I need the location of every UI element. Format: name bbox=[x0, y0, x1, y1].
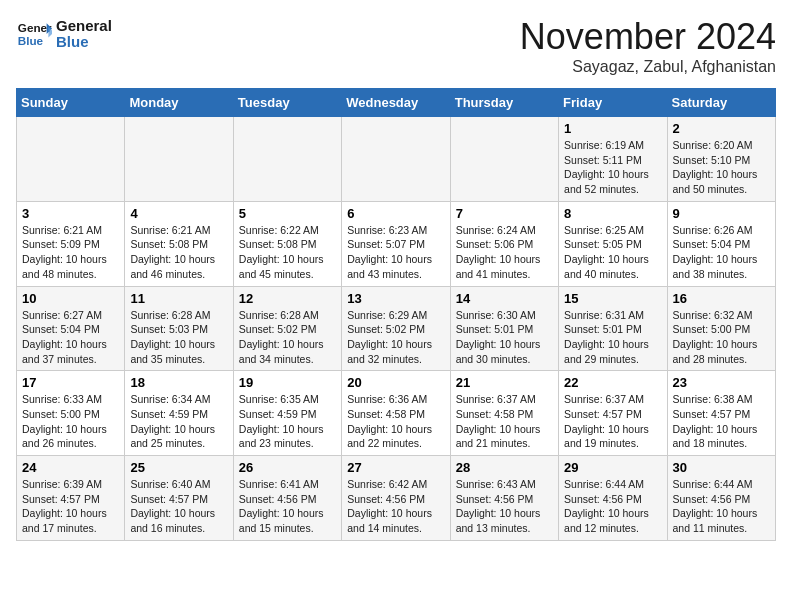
day-info: Sunrise: 6:28 AM Sunset: 5:02 PM Dayligh… bbox=[239, 309, 324, 365]
day-info: Sunrise: 6:32 AM Sunset: 5:00 PM Dayligh… bbox=[673, 309, 758, 365]
week-row-1: 1Sunrise: 6:19 AM Sunset: 5:11 PM Daylig… bbox=[17, 117, 776, 202]
day-info: Sunrise: 6:39 AM Sunset: 4:57 PM Dayligh… bbox=[22, 478, 107, 534]
day-number: 3 bbox=[22, 206, 119, 221]
logo-general: General bbox=[56, 18, 112, 35]
calendar-cell: 4Sunrise: 6:21 AM Sunset: 5:08 PM Daylig… bbox=[125, 201, 233, 286]
calendar-cell: 18Sunrise: 6:34 AM Sunset: 4:59 PM Dayli… bbox=[125, 371, 233, 456]
calendar-cell: 3Sunrise: 6:21 AM Sunset: 5:09 PM Daylig… bbox=[17, 201, 125, 286]
day-info: Sunrise: 6:25 AM Sunset: 5:05 PM Dayligh… bbox=[564, 224, 649, 280]
calendar-cell: 5Sunrise: 6:22 AM Sunset: 5:08 PM Daylig… bbox=[233, 201, 341, 286]
day-info: Sunrise: 6:22 AM Sunset: 5:08 PM Dayligh… bbox=[239, 224, 324, 280]
calendar-cell: 22Sunrise: 6:37 AM Sunset: 4:57 PM Dayli… bbox=[559, 371, 667, 456]
day-number: 17 bbox=[22, 375, 119, 390]
day-info: Sunrise: 6:34 AM Sunset: 4:59 PM Dayligh… bbox=[130, 393, 215, 449]
calendar-cell: 14Sunrise: 6:30 AM Sunset: 5:01 PM Dayli… bbox=[450, 286, 558, 371]
calendar-cell: 13Sunrise: 6:29 AM Sunset: 5:02 PM Dayli… bbox=[342, 286, 450, 371]
day-info: Sunrise: 6:29 AM Sunset: 5:02 PM Dayligh… bbox=[347, 309, 432, 365]
day-info: Sunrise: 6:37 AM Sunset: 4:58 PM Dayligh… bbox=[456, 393, 541, 449]
day-number: 10 bbox=[22, 291, 119, 306]
calendar-cell: 29Sunrise: 6:44 AM Sunset: 4:56 PM Dayli… bbox=[559, 456, 667, 541]
day-info: Sunrise: 6:24 AM Sunset: 5:06 PM Dayligh… bbox=[456, 224, 541, 280]
day-number: 26 bbox=[239, 460, 336, 475]
day-info: Sunrise: 6:44 AM Sunset: 4:56 PM Dayligh… bbox=[673, 478, 758, 534]
calendar-cell bbox=[233, 117, 341, 202]
day-number: 6 bbox=[347, 206, 444, 221]
day-info: Sunrise: 6:23 AM Sunset: 5:07 PM Dayligh… bbox=[347, 224, 432, 280]
day-info: Sunrise: 6:21 AM Sunset: 5:09 PM Dayligh… bbox=[22, 224, 107, 280]
calendar-cell: 26Sunrise: 6:41 AM Sunset: 4:56 PM Dayli… bbox=[233, 456, 341, 541]
week-row-3: 10Sunrise: 6:27 AM Sunset: 5:04 PM Dayli… bbox=[17, 286, 776, 371]
day-info: Sunrise: 6:27 AM Sunset: 5:04 PM Dayligh… bbox=[22, 309, 107, 365]
day-number: 25 bbox=[130, 460, 227, 475]
logo-icon: General Blue bbox=[16, 16, 52, 52]
day-number: 9 bbox=[673, 206, 770, 221]
weekday-header-saturday: Saturday bbox=[667, 89, 775, 117]
day-info: Sunrise: 6:38 AM Sunset: 4:57 PM Dayligh… bbox=[673, 393, 758, 449]
title-area: November 2024 Sayagaz, Zabul, Afghanista… bbox=[520, 16, 776, 76]
day-info: Sunrise: 6:26 AM Sunset: 5:04 PM Dayligh… bbox=[673, 224, 758, 280]
calendar-cell: 21Sunrise: 6:37 AM Sunset: 4:58 PM Dayli… bbox=[450, 371, 558, 456]
weekday-header-sunday: Sunday bbox=[17, 89, 125, 117]
calendar-cell: 19Sunrise: 6:35 AM Sunset: 4:59 PM Dayli… bbox=[233, 371, 341, 456]
day-info: Sunrise: 6:21 AM Sunset: 5:08 PM Dayligh… bbox=[130, 224, 215, 280]
day-number: 22 bbox=[564, 375, 661, 390]
day-info: Sunrise: 6:44 AM Sunset: 4:56 PM Dayligh… bbox=[564, 478, 649, 534]
day-number: 2 bbox=[673, 121, 770, 136]
calendar-cell bbox=[342, 117, 450, 202]
calendar-cell: 8Sunrise: 6:25 AM Sunset: 5:05 PM Daylig… bbox=[559, 201, 667, 286]
day-info: Sunrise: 6:43 AM Sunset: 4:56 PM Dayligh… bbox=[456, 478, 541, 534]
weekday-header-tuesday: Tuesday bbox=[233, 89, 341, 117]
calendar-cell bbox=[17, 117, 125, 202]
day-number: 23 bbox=[673, 375, 770, 390]
calendar-cell: 20Sunrise: 6:36 AM Sunset: 4:58 PM Dayli… bbox=[342, 371, 450, 456]
day-number: 28 bbox=[456, 460, 553, 475]
logo: General Blue General Blue bbox=[16, 16, 112, 52]
calendar-cell: 6Sunrise: 6:23 AM Sunset: 5:07 PM Daylig… bbox=[342, 201, 450, 286]
day-number: 1 bbox=[564, 121, 661, 136]
day-number: 19 bbox=[239, 375, 336, 390]
week-row-2: 3Sunrise: 6:21 AM Sunset: 5:09 PM Daylig… bbox=[17, 201, 776, 286]
calendar-cell: 15Sunrise: 6:31 AM Sunset: 5:01 PM Dayli… bbox=[559, 286, 667, 371]
day-number: 24 bbox=[22, 460, 119, 475]
day-number: 21 bbox=[456, 375, 553, 390]
day-info: Sunrise: 6:41 AM Sunset: 4:56 PM Dayligh… bbox=[239, 478, 324, 534]
week-row-4: 17Sunrise: 6:33 AM Sunset: 5:00 PM Dayli… bbox=[17, 371, 776, 456]
day-number: 7 bbox=[456, 206, 553, 221]
day-number: 12 bbox=[239, 291, 336, 306]
weekday-header-monday: Monday bbox=[125, 89, 233, 117]
day-info: Sunrise: 6:35 AM Sunset: 4:59 PM Dayligh… bbox=[239, 393, 324, 449]
logo-blue: Blue bbox=[56, 34, 112, 51]
page-header: General Blue General Blue November 2024 … bbox=[16, 16, 776, 76]
day-info: Sunrise: 6:31 AM Sunset: 5:01 PM Dayligh… bbox=[564, 309, 649, 365]
weekday-header-friday: Friday bbox=[559, 89, 667, 117]
day-number: 16 bbox=[673, 291, 770, 306]
day-number: 8 bbox=[564, 206, 661, 221]
month-title: November 2024 bbox=[520, 16, 776, 58]
day-info: Sunrise: 6:40 AM Sunset: 4:57 PM Dayligh… bbox=[130, 478, 215, 534]
calendar-cell: 11Sunrise: 6:28 AM Sunset: 5:03 PM Dayli… bbox=[125, 286, 233, 371]
day-info: Sunrise: 6:20 AM Sunset: 5:10 PM Dayligh… bbox=[673, 139, 758, 195]
day-number: 11 bbox=[130, 291, 227, 306]
day-info: Sunrise: 6:30 AM Sunset: 5:01 PM Dayligh… bbox=[456, 309, 541, 365]
calendar-cell: 30Sunrise: 6:44 AM Sunset: 4:56 PM Dayli… bbox=[667, 456, 775, 541]
calendar-cell: 2Sunrise: 6:20 AM Sunset: 5:10 PM Daylig… bbox=[667, 117, 775, 202]
day-number: 13 bbox=[347, 291, 444, 306]
calendar-cell: 16Sunrise: 6:32 AM Sunset: 5:00 PM Dayli… bbox=[667, 286, 775, 371]
week-row-5: 24Sunrise: 6:39 AM Sunset: 4:57 PM Dayli… bbox=[17, 456, 776, 541]
calendar-cell: 12Sunrise: 6:28 AM Sunset: 5:02 PM Dayli… bbox=[233, 286, 341, 371]
svg-text:Blue: Blue bbox=[18, 34, 44, 47]
calendar-cell: 25Sunrise: 6:40 AM Sunset: 4:57 PM Dayli… bbox=[125, 456, 233, 541]
day-number: 27 bbox=[347, 460, 444, 475]
calendar-cell bbox=[125, 117, 233, 202]
day-number: 15 bbox=[564, 291, 661, 306]
day-info: Sunrise: 6:42 AM Sunset: 4:56 PM Dayligh… bbox=[347, 478, 432, 534]
weekday-header-row: SundayMondayTuesdayWednesdayThursdayFrid… bbox=[17, 89, 776, 117]
calendar-cell: 1Sunrise: 6:19 AM Sunset: 5:11 PM Daylig… bbox=[559, 117, 667, 202]
calendar-cell: 28Sunrise: 6:43 AM Sunset: 4:56 PM Dayli… bbox=[450, 456, 558, 541]
weekday-header-wednesday: Wednesday bbox=[342, 89, 450, 117]
day-info: Sunrise: 6:19 AM Sunset: 5:11 PM Dayligh… bbox=[564, 139, 649, 195]
calendar-cell: 24Sunrise: 6:39 AM Sunset: 4:57 PM Dayli… bbox=[17, 456, 125, 541]
calendar-cell: 23Sunrise: 6:38 AM Sunset: 4:57 PM Dayli… bbox=[667, 371, 775, 456]
day-info: Sunrise: 6:37 AM Sunset: 4:57 PM Dayligh… bbox=[564, 393, 649, 449]
calendar-cell: 27Sunrise: 6:42 AM Sunset: 4:56 PM Dayli… bbox=[342, 456, 450, 541]
